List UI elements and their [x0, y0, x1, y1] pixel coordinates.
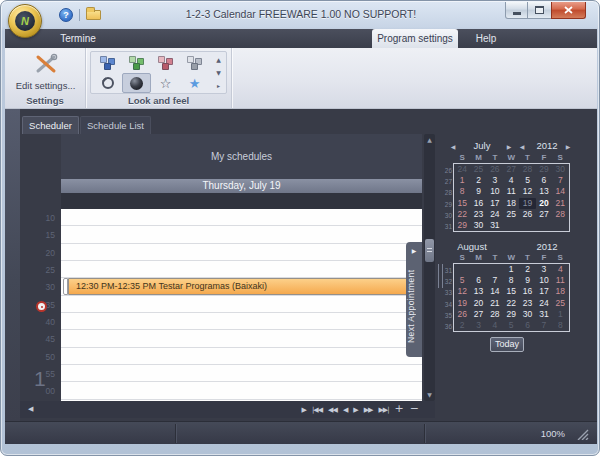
star-outline-theme-icon[interactable]: ☆ [151, 73, 180, 93]
calendar-day-cell[interactable]: 26 [519, 209, 535, 220]
app-logo-button[interactable]: N [8, 4, 42, 38]
july-prev-year-arrow[interactable]: ◀ [517, 140, 527, 152]
calendar-day-cell[interactable]: 3 [487, 175, 503, 186]
calendar-day-cell[interactable]: 10 [487, 186, 503, 197]
calendar-day-cell[interactable]: 6 [470, 275, 486, 286]
today-button[interactable]: Today [490, 337, 524, 352]
calendar-day-cell[interactable]: 8 [552, 320, 568, 331]
calendar-day-cell[interactable]: 25 [552, 298, 568, 309]
calendar-day-cell[interactable]: 27 [536, 209, 552, 220]
calendar-day-cell[interactable]: 29 [536, 164, 552, 175]
july-prev-month-arrow[interactable]: ◀ [448, 140, 458, 152]
calendar-day-cell[interactable]: 27 [503, 164, 519, 175]
calendar-day-cell[interactable]: 24 [454, 164, 470, 175]
calendar-day-cell[interactable]: 1 [552, 309, 568, 320]
gallery-scroll-down-icon[interactable]: ▼ [212, 66, 225, 79]
calendar-day-cell[interactable]: 16 [470, 198, 486, 209]
calendar-day-cell[interactable]: 9 [470, 186, 486, 197]
calendar-day-cell[interactable]: 30 [552, 164, 568, 175]
calendar-day-cell[interactable]: 28 [519, 164, 535, 175]
calendar-day-cell[interactable]: 5 [519, 175, 535, 186]
calendar-day-cell[interactable]: 1 [454, 175, 470, 186]
calendar-day-cell[interactable]: 23 [470, 209, 486, 220]
star-blue-theme-icon[interactable]: ★ [180, 73, 209, 93]
scheduler-nav-button[interactable]: |◀◀ [312, 406, 322, 414]
calendar-day-cell[interactable]: 6 [536, 175, 552, 186]
calendar-day-cell[interactable]: 7 [552, 175, 568, 186]
calendar-day-cell[interactable]: 4 [503, 175, 519, 186]
calendar-day-cell[interactable]: 29 [454, 220, 470, 231]
scheduler-nav-button[interactable]: ◀ [343, 406, 347, 414]
calendar-day-cell[interactable]: 28 [552, 209, 568, 220]
calendar-day-cell[interactable]: 11 [552, 275, 568, 286]
scheduler-nav-button[interactable]: ▶▶| [378, 406, 388, 414]
tab-help[interactable]: Help [463, 29, 509, 48]
calendar-day-cell[interactable]: 15 [503, 286, 519, 297]
help-icon[interactable]: ? [59, 8, 73, 22]
minimize-button[interactable] [505, 2, 528, 19]
menu-termine[interactable]: Termine [48, 29, 108, 48]
scheduler-nav-button[interactable]: + [395, 402, 404, 415]
calendar-day-cell[interactable]: 25 [503, 209, 519, 220]
calendar-day-cell[interactable]: 19 [454, 298, 470, 309]
calendar-day-cell[interactable]: 2 [454, 320, 470, 331]
calendar-day-cell[interactable]: 31 [487, 220, 503, 231]
scroll-down-icon[interactable]: ▼ [424, 389, 435, 401]
calendar-day-cell[interactable]: 24 [536, 298, 552, 309]
calendar-day-cell[interactable]: 18 [552, 286, 568, 297]
calendar-day-cell[interactable]: 11 [503, 186, 519, 197]
calendar-day-cell[interactable]: 14 [552, 186, 568, 197]
calendar-day-cell[interactable]: 3 [536, 264, 552, 275]
calendar-day-cell[interactable]: 30 [519, 309, 535, 320]
calendar-day-cell[interactable]: 30 [470, 220, 486, 231]
calendar-day-cell[interactable]: 8 [503, 275, 519, 286]
tab-scheduler[interactable]: Scheduler [22, 116, 79, 134]
gallery-scroll-up-icon[interactable]: ▲ [212, 53, 225, 66]
calendar-day-cell[interactable]: 13 [536, 186, 552, 197]
calendar-day-cell[interactable]: 26 [487, 164, 503, 175]
scrollbar-thumb[interactable] [425, 239, 434, 262]
tab-program-settings[interactable]: Program settings [372, 29, 458, 48]
calendar-day-cell[interactable]: 6 [519, 320, 535, 331]
calendar-day-cell[interactable]: 7 [487, 275, 503, 286]
calendar-day-cell[interactable]: 1 [503, 264, 519, 275]
tab-schedule-list[interactable]: Schedule List [80, 116, 151, 134]
scroll-left-button[interactable]: ◀ [28, 401, 33, 418]
calendar-day-cell[interactable]: 27 [470, 309, 486, 320]
scheduler-nav-button[interactable]: ▶▶ [364, 406, 373, 414]
calendar-day-cell[interactable]: 12 [454, 286, 470, 297]
calendar-day-cell[interactable]: 23 [519, 298, 535, 309]
calendar-day-cell[interactable]: 31 [536, 309, 552, 320]
calendar-day-cell[interactable]: 5 [454, 275, 470, 286]
calendar-day-cell[interactable]: 14 [487, 286, 503, 297]
scroll-up-icon[interactable]: ▲ [424, 134, 435, 146]
time-grid[interactable] [61, 209, 422, 401]
calendar-day-cell[interactable]: 17 [536, 286, 552, 297]
calendar-day-cell[interactable]: 10 [536, 275, 552, 286]
calendar-day-cell[interactable]: 5 [503, 320, 519, 331]
scheduler-nav-button[interactable]: ▶ [353, 406, 357, 414]
calendar-day-cell[interactable]: 15 [454, 198, 470, 209]
calendar-day-cell[interactable]: 29 [503, 309, 519, 320]
calendar-day-cell[interactable]: 8 [454, 186, 470, 197]
calendar-day-cell[interactable]: 18 [503, 198, 519, 209]
gallery-scroll-more-icon[interactable]: ▸ [212, 79, 225, 92]
scheduler-nav-button[interactable]: ▶ [302, 406, 306, 414]
calendar-day-cell[interactable]: 9 [519, 275, 535, 286]
july-next-month-arrow[interactable]: ▶ [504, 140, 514, 152]
scheduler-nav-button[interactable]: ◀◀ [328, 406, 337, 414]
maximize-button[interactable] [528, 2, 551, 19]
calendar-day-cell[interactable]: 2 [470, 175, 486, 186]
calendar-day-cell[interactable]: 21 [552, 198, 568, 209]
calendar-day-cell[interactable]: 2 [519, 264, 535, 275]
calendar-day-cell[interactable]: 12 [519, 186, 535, 197]
calendar-day-cell[interactable]: 19 [519, 198, 535, 209]
calendar-day-cell[interactable]: 20 [470, 298, 486, 309]
open-folder-icon[interactable] [86, 10, 101, 20]
theme-gray-icon[interactable] [180, 53, 209, 73]
calendar-day-cell[interactable]: 25 [470, 164, 486, 175]
calendar-day-cell[interactable]: 7 [536, 320, 552, 331]
edit-settings-button[interactable]: Edit settings... [11, 50, 80, 93]
calendar-day-cell[interactable]: 13 [470, 286, 486, 297]
calendar-day-cell[interactable]: 26 [454, 309, 470, 320]
